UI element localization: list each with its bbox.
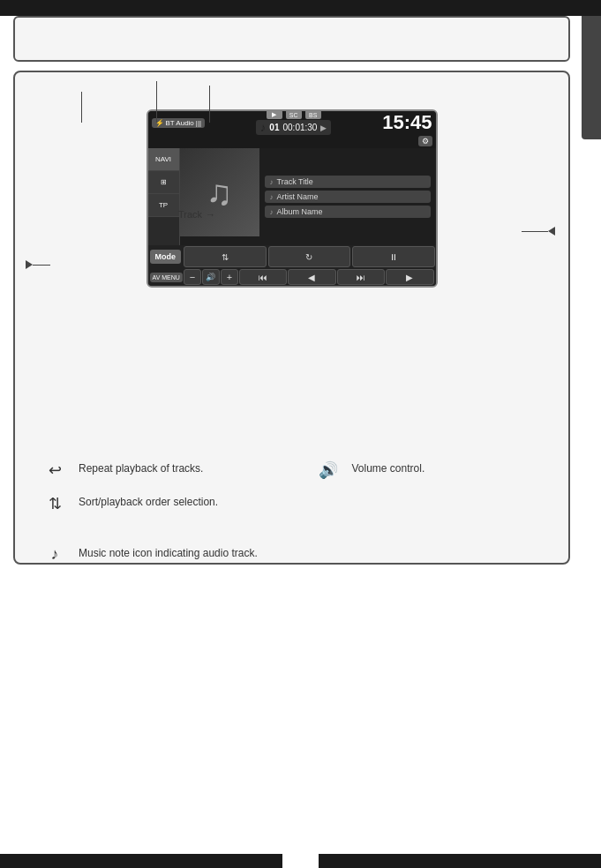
scroll-status-icon: SC xyxy=(286,110,302,119)
play-indicator: ▶ xyxy=(320,123,327,132)
track-title-row: ♪ Track Title xyxy=(265,176,431,188)
track-title-music-icon: ♪ xyxy=(270,178,274,186)
left-callout xyxy=(26,260,50,269)
right-callout-arrowhead xyxy=(548,227,555,236)
prev-track-button[interactable]: ⏮ xyxy=(239,269,287,285)
bars-icon: ||| xyxy=(196,119,201,127)
desc-row-sort: ⇅ Sort/playback order selection. xyxy=(41,494,524,513)
pause-icon: ⏸ xyxy=(389,252,398,262)
repeat-desc-icon: ↩ xyxy=(41,460,68,480)
grid-button[interactable]: ⊞ xyxy=(148,171,179,194)
right-side-tab xyxy=(582,16,601,139)
volume-desc-text: Volume control. xyxy=(352,460,525,476)
prev-button[interactable]: ◀ xyxy=(288,269,335,285)
track-number-display: 01 xyxy=(269,123,279,132)
repeat-button[interactable]: ↻ xyxy=(268,246,351,267)
right-callout xyxy=(522,227,555,236)
sort-button[interactable]: ⇅ xyxy=(184,246,267,267)
music-note-small-icon: ♪ xyxy=(260,121,267,134)
track-time-display: 00:01:30 xyxy=(282,123,317,132)
volume-speaker-icon: 🔊 xyxy=(206,273,215,281)
screen-main-area: NAVI ⊞ TP ♫ ♪ Track Title xyxy=(148,148,436,245)
clock-display: 15:45 xyxy=(382,111,432,134)
screen-top-left: ⚡ BT Audio ||| xyxy=(152,118,206,128)
bottom-bar-right xyxy=(319,854,601,868)
vol-down-icon: − xyxy=(190,272,195,282)
desc-row-repeat: ↩ Repeat playback of tracks. 🔊 Volume co… xyxy=(41,460,524,480)
screen-controls-row: Mode ⇅ ↻ ⏸ xyxy=(148,245,436,268)
status-bar: ▶ SC BS xyxy=(267,110,321,119)
tp-button[interactable]: TP xyxy=(148,194,179,217)
track-callout: Track → xyxy=(178,209,215,220)
screen-top-center: ▶ SC BS ♪ 01 00:01:30 ▶ xyxy=(256,110,332,135)
artist-icon: ♪ xyxy=(270,193,274,201)
play-status-icon: ▶ xyxy=(267,110,282,119)
screen-left-column: NAVI ⊞ TP xyxy=(148,148,180,245)
vol-down-button[interactable]: − xyxy=(184,269,201,285)
descriptions-section: ↩ Repeat playback of tracks. 🔊 Volume co… xyxy=(41,460,524,578)
main-content-box: Track → ⚡ BT Audio ||| ▶ SC xyxy=(13,71,570,565)
bt-audio-label: BT Audio xyxy=(166,119,194,127)
track-callout-label: Track xyxy=(178,209,202,220)
track-info-panel: ♪ Track Title ♪ Artist Name ♪ Album Name xyxy=(259,148,436,245)
vol-icon-display: 🔊 xyxy=(202,269,220,285)
spacer xyxy=(41,528,524,545)
right-callout-line xyxy=(522,231,548,232)
grid-icon: ⊞ xyxy=(161,178,167,186)
settings-icon-btn[interactable]: ⚙ xyxy=(418,136,432,146)
callout-line-center xyxy=(156,81,157,123)
bass-status-icon: BS xyxy=(305,110,321,119)
next-track-icon: ⏭ xyxy=(357,273,365,282)
tp-label: TP xyxy=(159,201,168,209)
callout-line-right xyxy=(209,86,210,123)
mode-button[interactable]: Mode xyxy=(150,250,182,264)
repeat-icon: ↻ xyxy=(305,252,312,262)
next-track-button[interactable]: ⏭ xyxy=(337,269,385,285)
screen-top-bar: ⚡ BT Audio ||| ▶ SC BS ♪ 01 00:01:30 ▶ xyxy=(148,111,436,134)
vol-up-icon: + xyxy=(227,272,232,282)
sort-desc-icon: ⇅ xyxy=(41,494,68,513)
volume-desc-icon: 🔊 xyxy=(315,460,342,480)
album-icon: ♪ xyxy=(270,208,274,216)
screen-bottom-row: AV MENU − 🔊 + ⏮ ◀ ⏭ ▶ xyxy=(148,268,436,286)
sort-icon: ⇅ xyxy=(222,252,229,262)
player-screen: ⚡ BT Audio ||| ▶ SC BS ♪ 01 00:01:30 ▶ xyxy=(146,109,438,288)
track-callout-arrow: → xyxy=(206,209,215,220)
album-name-row: ♪ Album Name xyxy=(265,206,431,218)
bottom-bar-left xyxy=(0,854,282,868)
repeat-desc-text: Repeat playback of tracks. xyxy=(79,460,252,476)
sort-desc-text: Sort/playback order selection. xyxy=(79,494,524,510)
play-icon: ▶ xyxy=(406,273,413,282)
av-menu-button[interactable]: AV MENU xyxy=(150,273,183,282)
track-info-bar: ♪ 01 00:01:30 ▶ xyxy=(256,120,332,135)
top-bar xyxy=(0,0,601,16)
artist-name-row: ♪ Artist Name xyxy=(265,191,431,203)
left-callout-line xyxy=(33,265,50,266)
prev-icon: ◀ xyxy=(308,273,315,282)
left-callout-arrowhead xyxy=(26,260,33,269)
album-art: ♫ xyxy=(180,148,259,236)
header-box xyxy=(13,16,570,62)
album-name-text: Album Name xyxy=(277,207,323,216)
navi-button[interactable]: NAVI xyxy=(148,148,179,171)
callout-line-left xyxy=(81,92,82,123)
pause-button[interactable]: ⏸ xyxy=(352,246,435,267)
prev-track-icon: ⏮ xyxy=(259,273,267,282)
music-desc-icon: ♪ xyxy=(41,545,68,564)
bt-audio-button[interactable]: ⚡ BT Audio ||| xyxy=(152,118,206,128)
navi-label: NAVI xyxy=(155,155,171,163)
music-desc-text: Music note icon indicating audio track. xyxy=(79,545,524,561)
album-art-music-note-icon: ♫ xyxy=(207,173,233,213)
artist-name-text: Artist Name xyxy=(277,192,319,201)
play-button[interactable]: ▶ xyxy=(386,269,433,285)
track-title-text: Track Title xyxy=(277,177,313,186)
settings-row: ⚙ xyxy=(148,134,436,148)
vol-up-button[interactable]: + xyxy=(221,269,238,285)
desc-row-music: ♪ Music note icon indicating audio track… xyxy=(41,545,524,564)
